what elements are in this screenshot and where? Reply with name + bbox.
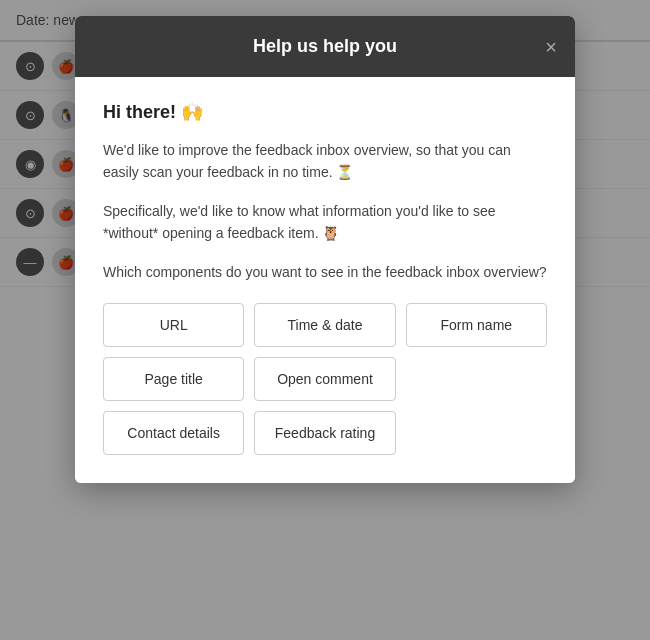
paragraph-1: We'd like to improve the feedback inbox … xyxy=(103,139,547,184)
modal-overlay: Help us help you × Hi there! 🙌 We'd like… xyxy=(0,0,650,640)
option-time-date-button[interactable]: Time & date xyxy=(254,303,395,347)
option-open-comment-button[interactable]: Open comment xyxy=(254,357,395,401)
option-page-title-button[interactable]: Page title xyxy=(103,357,244,401)
modal-body: Hi there! 🙌 We'd like to improve the fee… xyxy=(75,77,575,483)
options-grid: URL Time & date Form name Page title Ope… xyxy=(103,303,547,455)
option-feedback-rating-button[interactable]: Feedback rating xyxy=(254,411,395,455)
greeting-text: Hi there! 🙌 xyxy=(103,101,547,123)
option-form-name-button[interactable]: Form name xyxy=(406,303,547,347)
question-text: Which components do you want to see in t… xyxy=(103,261,547,283)
modal-header: Help us help you × xyxy=(75,16,575,77)
close-button[interactable]: × xyxy=(545,37,557,57)
help-modal: Help us help you × Hi there! 🙌 We'd like… xyxy=(75,16,575,483)
paragraph-2: Specifically, we'd like to know what inf… xyxy=(103,200,547,245)
option-contact-details-button[interactable]: Contact details xyxy=(103,411,244,455)
option-url-button[interactable]: URL xyxy=(103,303,244,347)
modal-title: Help us help you xyxy=(99,36,551,57)
